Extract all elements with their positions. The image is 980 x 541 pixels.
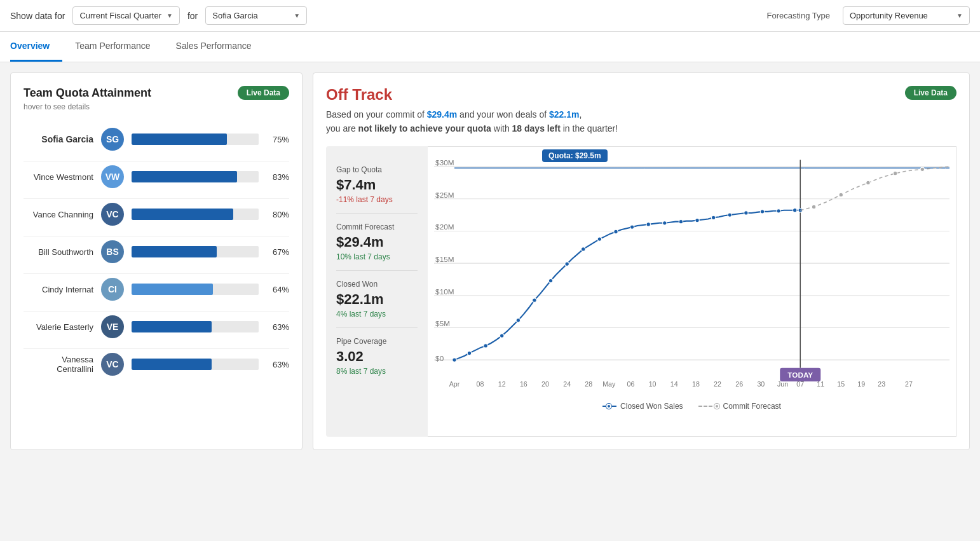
team-member: Cindy InternatCI64% (24, 273, 289, 305)
svg-text:$5M: $5M (435, 319, 450, 327)
live-badge-right: Live Data (905, 86, 956, 100)
commit-value: $29.4m (427, 109, 457, 120)
forecasting-dropdown[interactable]: Opportunity Revenue ▼ (843, 6, 970, 25)
svg-point-23 (565, 262, 569, 266)
svg-text:15: 15 (837, 380, 845, 388)
team-member: Bill SouthworthBS67% (24, 236, 289, 267)
header: Show data for Current Fiscal Quarter ▼ f… (0, 0, 980, 32)
svg-text:22: 22 (714, 380, 721, 388)
team-member: Vince WestmontVW83% (24, 161, 289, 192)
svg-text:TODAY: TODAY (787, 370, 813, 378)
svg-text:16: 16 (520, 380, 527, 388)
svg-point-41 (866, 181, 870, 184)
svg-point-28 (646, 223, 650, 226)
person-dropdown-arrow: ▼ (294, 12, 300, 19)
metric-label: Pipe Coverage (336, 337, 418, 346)
tab-sales-performance[interactable]: Sales Performance (163, 32, 264, 62)
metric-change: 8% last 7 days (336, 367, 418, 376)
forecasting-type-label: Forecasting Type (767, 11, 830, 20)
bar-container (132, 284, 259, 295)
svg-text:$15M: $15M (435, 255, 454, 263)
tab-bar: Overview Team Performance Sales Performa… (0, 32, 980, 62)
bar-container (132, 134, 259, 145)
desc-4: you are (326, 123, 358, 134)
member-name: Valerie Easterly (24, 322, 93, 332)
bar-pct: 75% (266, 135, 289, 144)
bar-container (132, 171, 259, 182)
svg-point-21 (533, 298, 536, 302)
desc-2: and your won deals of (457, 109, 549, 120)
svg-text:$0: $0 (435, 354, 444, 362)
svg-text:30: 30 (757, 380, 765, 388)
metric-value: $29.4m (336, 234, 418, 250)
period-dropdown[interactable]: Current Fiscal Quarter ▼ (72, 6, 180, 25)
svg-point-33 (728, 213, 732, 217)
metric-item: Commit Forecast$29.4m10% last 7 days (336, 214, 418, 271)
svg-point-19 (500, 334, 504, 338)
chart-wrapper: Quota: $29.5m $30M $25M $20M $15M $10M (428, 146, 956, 437)
svg-text:10: 10 (649, 380, 657, 388)
svg-point-30 (679, 219, 683, 223)
svg-point-42 (893, 171, 897, 175)
svg-text:06: 06 (627, 380, 635, 388)
bar-pct: 63% (266, 322, 289, 332)
tab-overview[interactable]: Overview (10, 32, 62, 62)
metric-label: Commit Forecast (336, 223, 418, 231)
bar-pct: 64% (266, 285, 289, 294)
svg-point-32 (711, 216, 715, 219)
bar-container (132, 246, 259, 257)
avatar: VC (101, 353, 124, 376)
bar-container (132, 209, 259, 220)
metrics-sidebar: Gap to Quota$7.4m-11% last 7 daysCommit … (326, 146, 428, 437)
svg-point-17 (467, 351, 471, 355)
chart-area: Gap to Quota$7.4m-11% last 7 daysCommit … (326, 146, 956, 437)
svg-text:14: 14 (670, 380, 678, 388)
svg-point-24 (582, 247, 585, 251)
avatar: VE (101, 315, 124, 338)
days-bold: 18 days left (512, 123, 561, 134)
svg-point-18 (484, 344, 487, 348)
svg-point-27 (630, 225, 634, 229)
bar-fill (132, 246, 217, 257)
member-name: Vanessa Centrallini (24, 355, 93, 374)
member-name: Sofia Garcia (24, 134, 93, 144)
svg-point-20 (516, 318, 520, 322)
quota-label: Quota: $29.5m (542, 149, 608, 162)
avatar: CI (101, 278, 124, 301)
svg-text:27: 27 (905, 380, 913, 388)
svg-text:$30M: $30M (435, 158, 454, 167)
member-name: Cindy Internat (24, 285, 93, 294)
svg-point-35 (760, 209, 764, 213)
metric-value: $7.4m (336, 177, 418, 193)
svg-text:12: 12 (498, 380, 506, 388)
member-name: Vince Westmont (24, 172, 93, 182)
svg-text:19: 19 (857, 380, 865, 388)
desc-6: in the quarter! (561, 123, 618, 134)
bar-fill (132, 134, 227, 145)
svg-text:$25M: $25M (435, 191, 454, 199)
metric-change: 4% last 7 days (336, 310, 418, 318)
svg-text:18: 18 (692, 380, 700, 388)
metric-item: Closed Won$22.1m4% last 7 days (336, 271, 418, 328)
svg-point-37 (793, 208, 796, 212)
main-content: Team Quota Attainment Live Data hover to… (0, 62, 980, 460)
metric-label: Gap to Quota (336, 165, 418, 174)
svg-point-22 (548, 278, 552, 282)
legend-closed-won: Closed Won Sales (602, 402, 683, 411)
line-chart: $30M $25M $20M $15M $10M $5M $0 (434, 153, 949, 395)
svg-text:May: May (602, 380, 616, 388)
svg-point-39 (812, 205, 815, 209)
off-track-description: Based on your commit of $29.4m and your … (326, 107, 618, 136)
live-badge-left: Live Data (238, 86, 289, 100)
metric-value: 3.02 (336, 348, 418, 365)
svg-point-34 (744, 211, 748, 215)
bar-pct: 83% (266, 172, 289, 182)
desc-5: with (491, 123, 512, 134)
svg-point-29 (663, 221, 667, 224)
person-dropdown[interactable]: Sofia Garcia ▼ (205, 6, 307, 25)
team-list: Sofia GarciaSG75%Vince WestmontVW83%Vanc… (24, 124, 289, 380)
team-member: Valerie EasterlyVE63% (24, 311, 289, 342)
svg-text:23: 23 (878, 380, 885, 388)
tab-team-performance[interactable]: Team Performance (62, 32, 163, 62)
metric-item: Gap to Quota$7.4m-11% last 7 days (336, 156, 418, 214)
